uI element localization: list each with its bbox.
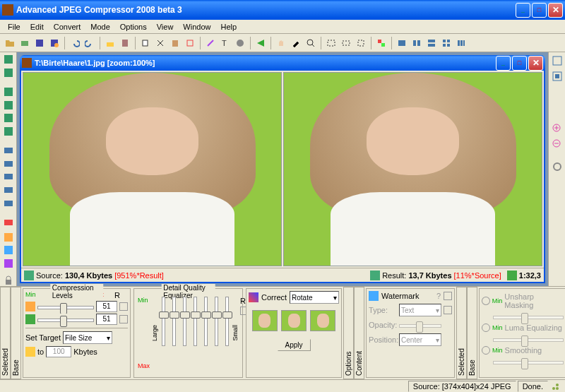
select-rect-icon[interactable] [324,36,338,50]
layout-1-icon[interactable] [395,36,409,50]
unsharp-radio[interactable] [482,297,490,305]
side-tool-1[interactable] [1,54,16,66]
maximize-button[interactable]: □ [532,3,547,18]
eq-slider-6[interactable] [211,297,221,346]
chroma-slider[interactable] [37,314,94,325]
zoom-out-icon[interactable] [550,137,564,151]
color-icon[interactable] [374,36,388,50]
undo-button[interactable] [68,36,82,50]
thumb-3[interactable] [310,310,335,331]
luma-radio[interactable] [482,323,490,332]
redo-button[interactable] [83,36,97,50]
type-edit[interactable] [444,306,452,314]
smooth-radio[interactable] [482,346,490,355]
apply-button[interactable]: Apply [278,339,311,351]
close-button[interactable]: ✕ [548,3,563,18]
side-tool-5[interactable] [1,112,16,124]
target-value[interactable]: 100 [46,346,71,357]
side-palette-1[interactable] [1,231,16,243]
chroma-reset[interactable] [119,315,128,323]
luma-reset[interactable] [119,302,128,311]
unsharp-slider[interactable] [493,311,564,322]
side-tool-4[interactable] [1,99,16,111]
tab-selected[interactable]: Selected [0,287,11,379]
eyedrop-icon[interactable] [289,36,303,50]
layout-3-icon[interactable] [424,36,439,50]
menu-edit[interactable]: Edit [25,21,49,32]
select-ratio-icon[interactable] [339,36,353,50]
side-tool-10[interactable] [1,184,16,196]
tab-options[interactable]: Options [343,287,354,379]
paste-button[interactable] [168,36,182,50]
side-tool-6[interactable] [1,126,16,138]
cut-button[interactable] [153,36,167,50]
menu-convert[interactable]: Convert [49,21,86,32]
wand-icon[interactable] [203,36,218,50]
hand-icon[interactable] [274,36,288,50]
fit-icon[interactable] [550,69,564,83]
tab-base-2[interactable]: Base [467,287,477,379]
tab-selected-2[interactable]: Selected [456,287,467,379]
batch-button[interactable] [103,36,117,50]
side-tool-8[interactable] [1,158,16,170]
eq-slider-3[interactable] [179,297,189,346]
zoom-in-icon[interactable] [550,121,564,136]
minimize-button[interactable]: _ [516,3,530,18]
smooth-slider[interactable] [493,356,564,367]
eq-slider-1[interactable] [158,297,168,346]
menu-view[interactable]: View [152,21,179,32]
menu-options[interactable]: Options [115,21,152,32]
menu-mode[interactable]: Mode [85,21,115,32]
open-button[interactable] [3,36,17,50]
target-combo[interactable]: File Size [63,331,112,344]
nav-icon[interactable] [550,54,564,68]
eq-slider-5[interactable] [201,297,210,346]
tab-base[interactable]: Base [11,287,21,379]
result-image-pane[interactable] [283,72,542,266]
crop-icon[interactable] [183,36,197,50]
menu-help[interactable]: Help [215,21,242,32]
tab-content[interactable]: Content [354,287,364,379]
eq-slider-4[interactable] [190,297,200,346]
arrow-icon[interactable] [254,36,268,50]
source-image-pane[interactable] [23,72,282,266]
save-button[interactable] [32,36,47,50]
side-tool-9[interactable] [1,171,16,183]
side-tool-12[interactable] [1,217,16,229]
side-lock-icon[interactable] [1,274,16,286]
type-combo[interactable]: Text [399,304,441,316]
layout-5-icon[interactable] [454,36,468,50]
side-palette-2[interactable] [1,244,16,256]
zoom-icon[interactable] [304,36,318,50]
eq-slider-7[interactable] [222,297,232,346]
luma-slider[interactable] [37,301,94,312]
settings-icon[interactable] [233,36,247,50]
menu-window[interactable]: Window [178,21,215,32]
doc-maximize-button[interactable]: □ [512,56,527,71]
layout-4-icon[interactable] [439,36,453,50]
correct-combo[interactable]: Rotate [290,291,339,304]
side-tool-3[interactable] [1,86,16,98]
watermark-toggle[interactable] [444,292,452,300]
refresh-icon[interactable] [550,160,564,174]
side-tool-7[interactable] [1,145,16,157]
layout-2-icon[interactable] [410,36,424,50]
copy-button[interactable] [138,36,153,50]
saveas-button[interactable] [47,36,61,50]
menu-file[interactable]: File [3,21,25,32]
resize-grip[interactable] [549,381,561,391]
thumb-1[interactable] [252,310,278,331]
side-palette-3[interactable] [1,257,16,269]
eq-slider-2[interactable] [169,297,179,346]
luma-eq-slider[interactable] [493,333,564,345]
thumb-2[interactable] [281,310,307,331]
luma-value[interactable]: 51 [96,301,117,312]
position-combo[interactable]: Center [399,333,441,346]
chroma-value[interactable]: 51 [96,314,117,325]
side-tool-11[interactable] [1,197,16,209]
doc-minimize-button[interactable]: _ [496,56,511,71]
doc-close-button[interactable]: ✕ [528,56,543,71]
text-icon[interactable]: T [218,36,232,50]
select-fixed-icon[interactable] [354,36,368,50]
acquire-button[interactable] [18,36,32,50]
